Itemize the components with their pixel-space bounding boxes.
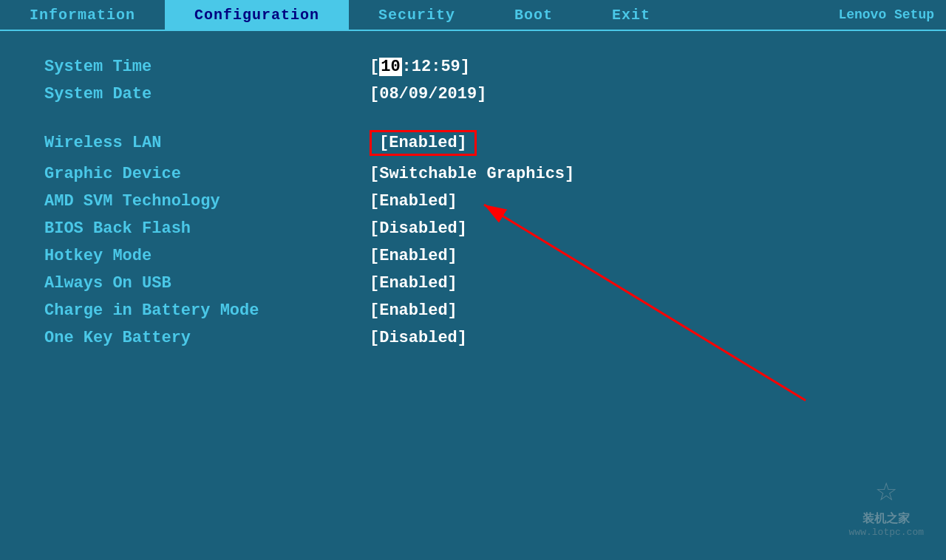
charge-battery-label: Charge in Battery Mode [44,301,325,320]
nav-item-exit[interactable]: Exit [582,0,680,30]
watermark: ☆ 装机之家 www.lotpc.com [849,468,924,538]
system-date-row: System Date [08/09/2019] [44,81,902,108]
bios-back-flash-row: BIOS Back Flash [Disabled] [44,215,902,242]
wireless-lan-row: Wireless LAN [Enabled] [44,126,902,160]
wireless-lan-label: Wireless LAN [44,134,325,152]
system-date-label: System Date [44,85,325,103]
system-time-label: System Time [44,58,325,76]
system-time-cursor: 10 [379,58,401,76]
graphic-device-label: Graphic Device [44,165,325,183]
system-time-row: System Time [10:12:59] [44,53,902,81]
hotkey-mode-value[interactable]: [Enabled] [370,247,457,265]
bios-back-flash-label: BIOS Back Flash [44,219,325,238]
nav-item-boot[interactable]: Boot [485,0,582,30]
always-on-usb-label: Always On USB [44,274,325,293]
one-key-battery-row: One Key Battery [Disabled] [44,324,902,352]
watermark-brand: 装机之家 [862,511,910,527]
one-key-battery-value[interactable]: [Disabled] [370,329,467,347]
hotkey-mode-label: Hotkey Mode [44,247,325,265]
system-time-value[interactable]: [10:12:59] [370,58,470,76]
watermark-icon: ☆ [876,468,897,511]
main-content: System Time [10:12:59] System Date [08/0… [0,31,946,374]
app-title: Lenovo Setup [838,0,946,30]
amd-svm-label: AMD SVM Technology [44,192,325,211]
graphic-device-value[interactable]: [Switchable Graphics] [370,165,574,183]
watermark-url: www.lotpc.com [849,527,924,538]
wireless-lan-value[interactable]: [Enabled] [370,130,477,156]
always-on-usb-row: Always On USB [Enabled] [44,270,902,297]
amd-svm-value[interactable]: [Enabled] [370,192,457,211]
graphic-device-row: Graphic Device [Switchable Graphics] [44,160,902,188]
system-date-value[interactable]: [08/09/2019] [370,85,486,103]
nav-item-security[interactable]: Security [349,0,485,30]
one-key-battery-label: One Key Battery [44,329,325,347]
hotkey-mode-row: Hotkey Mode [Enabled] [44,242,902,270]
config-table: System Time [10:12:59] System Date [08/0… [44,53,902,352]
always-on-usb-value[interactable]: [Enabled] [370,274,457,293]
top-nav: Information Configuration Security Boot … [0,0,946,31]
charge-battery-row: Charge in Battery Mode [Enabled] [44,297,902,324]
bios-back-flash-value[interactable]: [Disabled] [370,219,467,238]
charge-battery-value[interactable]: [Enabled] [370,301,457,320]
amd-svm-row: AMD SVM Technology [Enabled] [44,188,902,215]
nav-item-configuration[interactable]: Configuration [165,0,349,30]
nav-item-information[interactable]: Information [0,0,165,30]
